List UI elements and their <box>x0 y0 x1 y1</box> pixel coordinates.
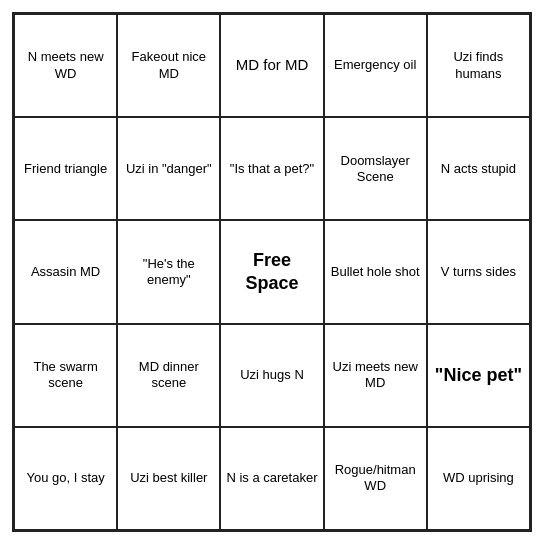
cell-r3c0: The swarm scene <box>14 324 117 427</box>
cell-r2c2: Free Space <box>220 220 323 323</box>
cell-r2c4: V turns sides <box>427 220 530 323</box>
cell-r1c1: Uzi in "danger" <box>117 117 220 220</box>
cell-r0c0: N meets new WD <box>14 14 117 117</box>
cell-r4c2: N is a caretaker <box>220 427 323 530</box>
cell-r2c0: Assasin MD <box>14 220 117 323</box>
cell-r3c2: Uzi hugs N <box>220 324 323 427</box>
cell-r2c1: "He's the enemy" <box>117 220 220 323</box>
cell-r4c3: Rogue/hitman WD <box>324 427 427 530</box>
cell-r4c1: Uzi best killer <box>117 427 220 530</box>
cell-r4c4: WD uprising <box>427 427 530 530</box>
cell-r0c4: Uzi finds humans <box>427 14 530 117</box>
cell-r0c3: Emergency oil <box>324 14 427 117</box>
cell-r0c2: MD for MD <box>220 14 323 117</box>
cell-r1c2: "Is that a pet?" <box>220 117 323 220</box>
cell-r3c1: MD dinner scene <box>117 324 220 427</box>
cell-r4c0: You go, I stay <box>14 427 117 530</box>
cell-r0c1: Fakeout nice MD <box>117 14 220 117</box>
cell-r3c4: "Nice pet" <box>427 324 530 427</box>
cell-r3c3: Uzi meets new MD <box>324 324 427 427</box>
cell-r1c3: Doomslayer Scene <box>324 117 427 220</box>
cell-r1c4: N acts stupid <box>427 117 530 220</box>
cell-r1c0: Friend triangle <box>14 117 117 220</box>
bingo-card: N meets new WDFakeout nice MDMD for MDEm… <box>12 12 532 532</box>
cell-r2c3: Bullet hole shot <box>324 220 427 323</box>
